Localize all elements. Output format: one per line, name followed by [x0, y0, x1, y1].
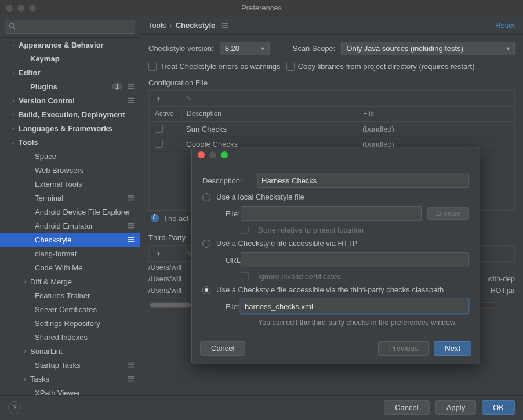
local-file-input[interactable]: [241, 206, 422, 221]
description-input[interactable]: [257, 173, 469, 188]
sidebar-item-terminal[interactable]: Terminal: [0, 191, 140, 205]
scrollbar-thumb[interactable]: [150, 303, 191, 307]
project-settings-icon: [127, 361, 135, 369]
sidebar-item-label: Code With Me: [35, 263, 135, 272]
edit-button[interactable]: ✎: [181, 92, 195, 105]
copy-libraries-checkbox[interactable]: Copy libraries from project directory (r…: [286, 62, 475, 71]
version-select[interactable]: 8.20▼: [220, 42, 270, 55]
svg-rect-12: [128, 225, 135, 226]
settings-tree[interactable]: ›Appearance & BehaviorKeymap›EditorPlugi…: [0, 38, 140, 395]
scan-scope-select[interactable]: Only Java sources (including tests)▼: [341, 42, 515, 55]
svg-rect-14: [128, 237, 135, 238]
col-active-header[interactable]: Active: [149, 110, 181, 118]
minimize-icon: [209, 151, 216, 158]
add-button[interactable]: ＋: [151, 92, 165, 105]
svg-rect-9: [128, 197, 135, 198]
sidebar-item-tasks[interactable]: ›Tasks: [0, 372, 140, 386]
sidebar-item-label: Android Device File Explorer: [35, 208, 135, 216]
svg-rect-18: [128, 364, 135, 365]
close-icon[interactable]: [198, 151, 205, 158]
sidebar-item-settings-repository[interactable]: Settings Repository: [0, 316, 140, 330]
project-settings-icon: [127, 82, 135, 90]
sidebar-item-clang-format[interactable]: clang-format: [0, 247, 140, 260]
sidebar-item-android-device-file-explorer[interactable]: Android Device File Explorer: [0, 205, 140, 219]
url-input[interactable]: [241, 252, 469, 267]
remove-button[interactable]: －: [166, 92, 180, 105]
svg-rect-7: [128, 102, 135, 103]
sidebar-item-server-certificates[interactable]: Server Certificates: [0, 302, 140, 316]
add-config-dialog: Description: Use a local Checkstyle file…: [191, 147, 480, 364]
chevron-icon: ⌄: [8, 139, 19, 146]
svg-rect-24: [222, 25, 228, 26]
option-http-radio[interactable]: Use a Checkstyle file accessible via HTT…: [202, 239, 469, 248]
sidebar-item-checkstyle[interactable]: Checkstyle: [0, 233, 140, 247]
classpath-hint: You can edit the third-party checks in t…: [258, 318, 469, 327]
help-button[interactable]: ?: [8, 401, 21, 414]
sidebar-item-label: Checkstyle: [35, 236, 125, 244]
svg-line-1: [13, 27, 15, 29]
svg-rect-11: [128, 223, 135, 225]
sidebar-item-android-emulator[interactable]: Android Emulator: [0, 219, 140, 233]
option-classpath-radio[interactable]: Use a Checkstyle file accessible via the…: [202, 285, 469, 294]
sidebar-item-features-trainer[interactable]: Features Trainer: [0, 288, 140, 302]
classpath-file-label: File:: [202, 302, 235, 311]
svg-rect-22: [128, 381, 135, 382]
sidebar-item-shared-indexes[interactable]: Shared Indexes: [0, 330, 140, 344]
sidebar-item-space[interactable]: Space: [0, 149, 140, 163]
zoom-window-icon[interactable]: [29, 5, 36, 12]
sidebar-item-plugins[interactable]: Plugins1: [0, 79, 140, 93]
svg-rect-19: [128, 367, 135, 368]
active-checkbox[interactable]: [155, 140, 163, 148]
sidebar-item-xpath-viewer[interactable]: XPath Viewer: [0, 386, 140, 395]
minimize-window-icon[interactable]: [17, 5, 24, 12]
sidebar-item-build-execution-deployment[interactable]: ›Build, Execution, Deployment: [0, 107, 140, 121]
sidebar-item-code-with-me[interactable]: Code With Me: [0, 260, 140, 274]
version-label: Checkstyle version:: [148, 44, 214, 53]
table-row[interactable]: Sun Checks(bundled): [149, 122, 514, 137]
svg-rect-23: [222, 23, 228, 24]
search-input[interactable]: [18, 23, 131, 31]
sidebar-item-sonarlint[interactable]: ›SonarLint: [0, 344, 140, 358]
svg-rect-15: [128, 239, 135, 240]
option-local-radio[interactable]: Use a local Checkstyle file: [202, 193, 469, 201]
sidebar-item-editor[interactable]: ›Editor: [0, 66, 140, 79]
col-file-header[interactable]: File: [358, 110, 514, 118]
remove-button[interactable]: －: [166, 247, 180, 260]
sidebar-item-startup-tasks[interactable]: Startup Tasks: [0, 358, 140, 372]
col-desc-header[interactable]: Description: [181, 110, 358, 118]
sidebar-item-label: Android Emulator: [35, 222, 125, 230]
active-checkbox[interactable]: [155, 125, 163, 133]
modal-cancel-button[interactable]: Cancel: [200, 341, 245, 356]
window-controls[interactable]: [6, 5, 36, 12]
modal-next-button[interactable]: Next: [434, 341, 471, 356]
ok-button[interactable]: OK: [482, 400, 515, 415]
treat-warnings-checkbox[interactable]: Treat Checkstyle errors as warnings: [148, 62, 281, 71]
svg-rect-20: [128, 376, 135, 378]
chevron-icon: ›: [20, 348, 30, 354]
sidebar-item-diff-merge[interactable]: ›Diff & Merge: [0, 274, 140, 288]
sidebar-item-label: SonarLint: [30, 347, 135, 356]
zoom-icon[interactable]: [221, 151, 228, 158]
modal-titlebar[interactable]: [192, 147, 480, 162]
add-button[interactable]: ＋: [151, 247, 165, 260]
close-window-icon[interactable]: [6, 5, 13, 12]
modal-previous-button[interactable]: Previous: [378, 341, 430, 356]
sidebar-item-external-tools[interactable]: External Tools: [0, 177, 140, 191]
classpath-file-input[interactable]: [241, 299, 469, 314]
sidebar-item-web-browsers[interactable]: Web Browsers: [0, 163, 140, 177]
breadcrumb-current: Checkstyle: [176, 21, 216, 30]
sidebar-item-tools[interactable]: ⌄Tools: [0, 135, 140, 149]
sidebar-item-appearance-behavior[interactable]: ›Appearance & Behavior: [0, 38, 140, 52]
reset-link[interactable]: Reset: [495, 21, 515, 30]
search-input-wrapper[interactable]: [5, 20, 135, 34]
sidebar-item-keymap[interactable]: Keymap: [0, 52, 140, 66]
svg-rect-4: [128, 88, 135, 89]
apply-button[interactable]: Apply: [435, 400, 477, 415]
cancel-button[interactable]: Cancel: [384, 400, 429, 415]
window-title: Preferences: [0, 3, 523, 12]
browse-button[interactable]: Browse: [427, 207, 469, 220]
sidebar-item-languages-frameworks[interactable]: ›Languages & Frameworks: [0, 121, 140, 135]
sidebar-item-label: Appearance & Behavior: [19, 41, 135, 49]
sidebar-item-version-control[interactable]: ›Version Control: [0, 93, 140, 107]
breadcrumb-root[interactable]: Tools: [148, 21, 166, 30]
